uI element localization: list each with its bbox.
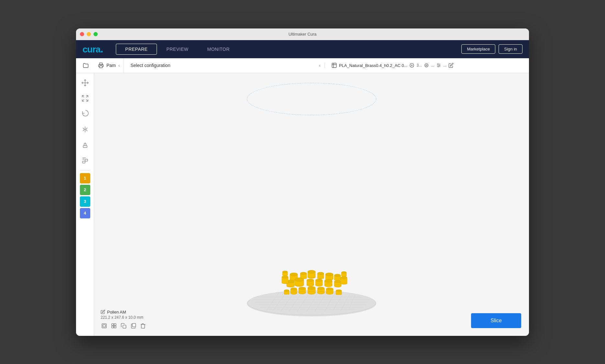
svg-point-95: [282, 271, 288, 273]
svg-rect-105: [114, 324, 116, 325]
svg-point-69: [334, 280, 341, 283]
nav-right: Marketplace Sign in: [461, 44, 522, 54]
main-content: 1 2 3 4: [76, 73, 529, 336]
nav-tabs: PREPARE PREVIEW MONITOR: [116, 44, 239, 55]
3d-viewport[interactable]: Pollen AM 221.2 x 247.6 x 10.0 mm: [94, 73, 529, 336]
window-title: Ultimaker Cura: [289, 32, 317, 37]
rotate-tool[interactable]: [78, 107, 92, 121]
logo-dot: .: [100, 43, 103, 55]
svg-point-61: [307, 284, 314, 286]
svg-point-89: [336, 290, 342, 292]
svg-rect-1: [100, 66, 103, 68]
svg-point-6: [426, 65, 427, 66]
center-icon[interactable]: [101, 322, 108, 329]
signin-button[interactable]: Sign in: [499, 44, 522, 54]
svg-point-49: [325, 273, 333, 276]
svg-point-63: [315, 279, 323, 281]
svg-rect-104: [112, 324, 114, 325]
svg-rect-13: [83, 146, 87, 148]
copy-icon[interactable]: [130, 322, 137, 329]
delete-icon[interactable]: [139, 322, 147, 329]
svg-rect-3: [332, 63, 336, 68]
title-bar: Ultimaker Cura: [76, 28, 529, 40]
svg-point-12: [438, 66, 439, 67]
config-chevron[interactable]: ‹: [319, 63, 321, 68]
dots-label: ...: [431, 63, 434, 68]
settings-dots: ...: [443, 63, 446, 68]
svg-point-84: [326, 288, 333, 290]
extruder-3-button[interactable]: 3: [80, 196, 90, 207]
per-model-settings-tool[interactable]: [78, 153, 92, 168]
svg-point-75: [299, 287, 306, 290]
svg-point-46: [317, 272, 324, 275]
svg-point-40: [300, 272, 307, 275]
open-folder-button[interactable]: [80, 60, 92, 71]
svg-point-76: [299, 292, 306, 294]
extruder-4-button[interactable]: 4: [80, 208, 90, 218]
svg-point-37: [290, 273, 298, 276]
svg-point-98: [341, 276, 347, 279]
build-plate-top-ellipse: [247, 83, 376, 115]
model-info: Pollen AM 221.2 x 247.6 x 10.0 mm: [101, 310, 147, 329]
toolbar: Pam ‹ Select configuration ‹ PLA_Natural…: [76, 58, 529, 73]
slice-button[interactable]: Slice: [471, 313, 521, 328]
arrange-icon[interactable]: [110, 322, 117, 329]
svg-rect-107: [114, 326, 116, 328]
svg-rect-106: [112, 326, 114, 328]
config-icons: 3... ... ...: [409, 63, 454, 68]
svg-point-8: [437, 64, 438, 65]
svg-rect-103: [103, 325, 105, 327]
pencil-icon: [101, 310, 105, 314]
svg-point-72: [291, 288, 297, 290]
move-tool[interactable]: [78, 76, 92, 90]
svg-point-82: [317, 292, 324, 294]
svg-point-52: [334, 274, 341, 277]
svg-rect-102: [102, 324, 106, 328]
svg-point-10: [439, 65, 440, 66]
svg-point-5: [425, 64, 428, 67]
sidebar-divider: [80, 170, 90, 171]
close-button[interactable]: [80, 32, 84, 36]
model-name: Pollen AM: [107, 310, 126, 314]
tab-monitor[interactable]: MONITOR: [198, 44, 239, 55]
header: cura. PREPARE PREVIEW MONITOR Marketplac…: [76, 40, 529, 58]
marketplace-button[interactable]: Marketplace: [461, 44, 495, 54]
model-tools: [101, 322, 147, 329]
printer-section: Pam ‹: [94, 58, 124, 73]
svg-point-70: [334, 285, 341, 287]
quality-icon: [409, 63, 414, 68]
duplicate-icon[interactable]: [120, 322, 127, 329]
mirror-tool[interactable]: [78, 122, 92, 137]
scale-tool[interactable]: [78, 91, 92, 105]
tab-preview[interactable]: PREVIEW: [157, 44, 198, 55]
svg-point-101: [341, 271, 346, 273]
material-section: PLA_Natural_Brass0.4_h0.2_AC 0... 3... .…: [327, 62, 525, 68]
extruder-2-button[interactable]: 2: [80, 185, 90, 195]
svg-point-58: [295, 278, 304, 281]
config-section: Select configuration ‹: [126, 63, 324, 68]
svg-point-85: [326, 292, 333, 294]
material-label: PLA_Natural_Brass0.4_h0.2_AC 0...: [339, 63, 408, 68]
model-name-row: Pollen AM: [101, 310, 147, 314]
extruder-1-button[interactable]: 1: [80, 173, 90, 183]
edit-icon[interactable]: [448, 63, 454, 68]
tab-prepare[interactable]: PREPARE: [116, 44, 157, 55]
app-window: Ultimaker Cura cura. PREPARE PREVIEW MON…: [76, 28, 529, 336]
left-sidebar: 1 2 3 4: [76, 73, 94, 336]
svg-point-92: [282, 276, 288, 278]
svg-point-2: [102, 64, 103, 65]
svg-point-67: [324, 284, 332, 287]
svg-rect-14: [82, 161, 85, 163]
svg-point-66: [324, 279, 332, 282]
svg-rect-15: [85, 159, 88, 161]
3d-scene: [237, 219, 386, 316]
printer-chevron[interactable]: ‹: [118, 63, 120, 68]
svg-rect-109: [132, 323, 136, 327]
svg-point-87: [284, 290, 289, 292]
svg-point-60: [307, 279, 314, 281]
minimize-button[interactable]: [87, 32, 91, 36]
maximize-button[interactable]: [94, 32, 98, 36]
printer-icon: [98, 62, 104, 68]
config-label: Select configuration: [130, 63, 316, 68]
support-tool[interactable]: [78, 138, 92, 152]
